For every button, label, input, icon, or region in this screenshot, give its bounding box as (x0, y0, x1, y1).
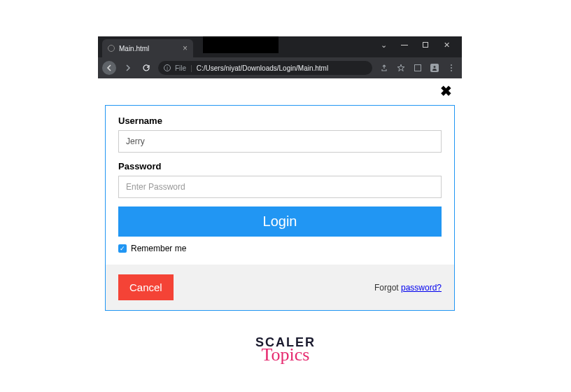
forgot-text: Forgot password? (374, 283, 442, 293)
remember-checkbox[interactable]: ✓ (118, 244, 127, 253)
close-tab-icon[interactable]: × (183, 43, 188, 53)
forgot-password-link[interactable]: password? (401, 283, 442, 293)
browser-toolbar: i File | C:/Users/niyat/Downloads/Login/… (98, 57, 462, 78)
forgot-prefix: Forgot (374, 283, 401, 293)
remember-label: Remember me (131, 244, 186, 253)
toolbar-right (378, 63, 458, 73)
tab-strip: Main.html × (98, 36, 193, 57)
username-input[interactable]: Jerry (118, 130, 442, 153)
minimize-button[interactable] (399, 45, 410, 46)
info-icon[interactable]: i (164, 64, 171, 71)
window-controls: ⌄ ✕ (378, 36, 462, 53)
share-icon[interactable] (379, 63, 389, 73)
username-label: Username (118, 115, 442, 126)
form-body: Username Jerry Password Enter Password L… (106, 106, 454, 265)
back-button[interactable] (102, 61, 116, 75)
scaler-logo: SCALER Topics (255, 336, 316, 364)
address-bar[interactable]: i File | C:/Users/niyat/Downloads/Login/… (158, 61, 372, 75)
password-label: Password (118, 161, 442, 172)
tab-title: Main.html (119, 45, 178, 52)
browser-tab[interactable]: Main.html × (102, 39, 193, 57)
login-button[interactable]: Login (118, 206, 442, 237)
password-input[interactable]: Enter Password (118, 176, 442, 198)
close-icon[interactable]: ✖ (440, 83, 452, 99)
address-path: C:/Users/niyat/Downloads/Login/Main.html (197, 64, 328, 72)
scaler-topics: Topics (255, 346, 316, 364)
globe-icon (108, 45, 115, 52)
profile-icon[interactable] (430, 63, 439, 73)
star-icon[interactable] (396, 63, 406, 73)
forward-button[interactable] (122, 62, 134, 74)
login-form: Username Jerry Password Enter Password L… (105, 105, 455, 311)
svg-point-0 (434, 66, 436, 68)
cancel-button[interactable]: Cancel (118, 274, 174, 300)
reload-button[interactable] (140, 62, 153, 74)
window-titlebar: Main.html × ⌄ ✕ (98, 36, 462, 57)
address-file-label: File (175, 64, 186, 72)
close-window-button[interactable]: ✕ (441, 41, 452, 50)
redacted-block (203, 36, 279, 53)
form-footer: Cancel Forgot password? (106, 265, 454, 310)
kebab-menu-icon[interactable] (446, 63, 456, 73)
remember-row: ✓ Remember me (118, 244, 442, 259)
address-separator: | (190, 64, 192, 72)
browser-window: Main.html × ⌄ ✕ i File | C:/Users/niyat/… (98, 36, 462, 318)
maximize-button[interactable] (420, 42, 431, 48)
page-content: ✖ Username Jerry Password Enter Password… (98, 78, 462, 318)
extensions-icon[interactable] (413, 63, 423, 73)
chevron-down-icon[interactable]: ⌄ (378, 41, 389, 50)
